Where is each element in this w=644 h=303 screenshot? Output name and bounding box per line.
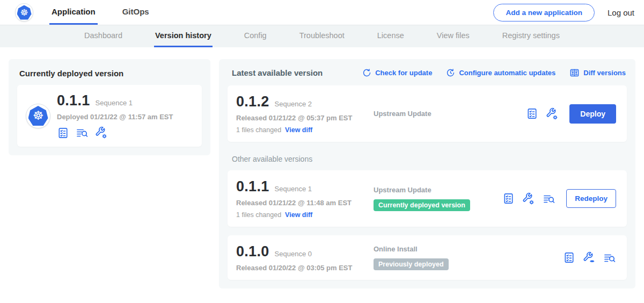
- subnav-version-history[interactable]: Version history: [154, 25, 213, 47]
- list-magnifier-icon[interactable]: [543, 192, 555, 205]
- tab-application-label: Application: [52, 7, 96, 16]
- checklist-icon[interactable]: [563, 251, 575, 264]
- checklist-icon[interactable]: [57, 127, 69, 139]
- list-magnifier-icon[interactable]: [76, 126, 89, 139]
- subnav-dashboard[interactable]: Dashboard: [83, 25, 123, 47]
- kubernetes-logo-icon: ☸: [15, 3, 33, 21]
- sequence-label: Sequence 1: [275, 185, 312, 193]
- list-magnifier-icon[interactable]: [603, 251, 616, 264]
- sequence-label: Sequence 0: [275, 250, 312, 258]
- wrench-gear-icon[interactable]: [95, 126, 108, 139]
- diff-table-icon: [569, 68, 580, 78]
- version-source: Online Install Previously deployed: [374, 245, 500, 270]
- version-number: 0.1.1: [236, 178, 269, 195]
- tab-gitops[interactable]: GitOps: [120, 0, 151, 25]
- subnav-troubleshoot-label: Troubleshoot: [299, 31, 345, 40]
- version-actions: Check for update Configure automatic upd…: [362, 68, 626, 78]
- source-label: Upstream Update: [374, 186, 500, 194]
- versions-panel-header: Latest available version Check for updat…: [228, 67, 627, 78]
- version-info: 0.1.1 Sequence 1 Released 01/21/22 @ 11:…: [236, 178, 374, 219]
- subnav-view-files-label: View files: [437, 31, 470, 40]
- version-source: Upstream Update: [374, 110, 500, 118]
- currently-deployed-panel: Currently deployed version ☸ 0.1.1 Seque…: [9, 59, 210, 155]
- version-actions-right: Redeploy: [502, 189, 616, 208]
- version-number: 0.1.2: [236, 93, 269, 110]
- released-timestamp: Released 01/20/22 @ 03:05 pm EST: [236, 264, 374, 272]
- tab-application[interactable]: Application: [49, 0, 98, 25]
- subnav-version-history-label: Version history: [155, 31, 211, 40]
- currently-deployed-title: Currently deployed version: [17, 68, 202, 78]
- files-changed-row: 1 files changed View diff: [236, 211, 374, 219]
- deployed-version-number: 0.1.1: [57, 92, 90, 109]
- subnav-dashboard-label: Dashboard: [84, 31, 122, 40]
- previously-deployed-badge: Previously deployed: [374, 258, 449, 270]
- deployed-timestamp: Deployed 01/21/22 @ 11:57 am EST: [57, 113, 173, 121]
- wrench-gear-icon[interactable]: [522, 192, 535, 205]
- app-subnav: Dashboard Version history Config Trouble…: [0, 25, 644, 47]
- wrench-eye-icon[interactable]: [583, 251, 596, 264]
- checklist-icon[interactable]: [526, 107, 538, 120]
- checklist-icon[interactable]: [502, 192, 515, 205]
- versions-panel: Latest available version Check for updat…: [219, 59, 635, 288]
- version-info: 0.1.2 Sequence 2 Released 01/21/22 @ 05:…: [236, 93, 374, 134]
- currently-deployed-card: ☸ 0.1.1 Sequence 1 Deployed 01/21/22 @ 1…: [17, 85, 202, 147]
- currently-deployed-badge: Currently deployed version: [374, 199, 470, 211]
- released-timestamp: Released 01/21/22 @ 11:48 am EST: [236, 199, 374, 207]
- view-diff-link[interactable]: View diff: [285, 126, 312, 134]
- subnav-troubleshoot[interactable]: Troubleshoot: [298, 25, 346, 47]
- sequence-label: Sequence 2: [275, 100, 312, 108]
- version-actions-right: Deploy: [526, 104, 616, 124]
- configure-automatic-updates-label: Configure automatic updates: [459, 69, 555, 77]
- version-source: Upstream Update Currently deployed versi…: [374, 186, 500, 211]
- currently-deployed-info: 0.1.1 Sequence 1 Deployed 01/21/22 @ 11:…: [57, 92, 173, 139]
- tab-gitops-label: GitOps: [122, 7, 149, 16]
- latest-available-title: Latest available version: [232, 68, 323, 77]
- subnav-license[interactable]: License: [376, 25, 405, 47]
- source-label: Online Install: [374, 245, 500, 253]
- header-tabs: Application GitOps: [49, 0, 174, 25]
- diff-versions-link[interactable]: Diff versions: [569, 68, 626, 78]
- deployed-icon-row: [57, 126, 173, 139]
- version-row: 0.1.1 Sequence 1 Released 01/21/22 @ 11:…: [228, 170, 627, 227]
- version-info: 0.1.0 Sequence 0 Released 01/20/22 @ 03:…: [236, 243, 374, 272]
- files-changed-label: 1 files changed: [236, 126, 281, 134]
- version-row: 0.1.0 Sequence 0 Released 01/20/22 @ 03:…: [228, 235, 627, 280]
- version-number: 0.1.0: [236, 243, 269, 260]
- refresh-icon: [362, 68, 371, 77]
- diff-versions-label: Diff versions: [583, 69, 626, 77]
- deployed-sequence-label: Sequence 1: [96, 99, 133, 107]
- files-changed-row: 1 files changed View diff: [236, 126, 374, 134]
- subnav-config[interactable]: Config: [243, 25, 268, 47]
- header-right: Add a new application Log out: [493, 0, 634, 25]
- other-available-title: Other available versions: [228, 155, 627, 163]
- deploy-button[interactable]: Deploy: [569, 104, 616, 124]
- source-label: Upstream Update: [374, 110, 500, 118]
- redeploy-button[interactable]: Redeploy: [566, 189, 616, 208]
- logout-link[interactable]: Log out: [608, 8, 634, 17]
- subnav-config-label: Config: [244, 31, 267, 40]
- version-actions-right: [563, 251, 616, 264]
- wrench-gear-icon[interactable]: [546, 107, 559, 120]
- check-for-update-label: Check for update: [375, 69, 432, 77]
- configure-automatic-updates-link[interactable]: Configure automatic updates: [446, 68, 555, 77]
- subnav-registry-settings[interactable]: Registry settings: [501, 25, 561, 47]
- check-for-update-link[interactable]: Check for update: [362, 68, 432, 77]
- subnav-view-files[interactable]: View files: [436, 25, 471, 47]
- app-logo-icon: ☸: [26, 104, 50, 128]
- auto-update-clock-icon: [446, 68, 455, 77]
- subnav-registry-settings-label: Registry settings: [502, 31, 560, 40]
- subnav-license-label: License: [377, 31, 404, 40]
- view-diff-link[interactable]: View diff: [285, 211, 312, 219]
- released-timestamp: Released 01/21/22 @ 05:37 pm EST: [236, 114, 374, 122]
- files-changed-label: 1 files changed: [236, 211, 281, 219]
- app-header: ☸ Application GitOps Add a new applicati…: [0, 0, 644, 25]
- add-application-button[interactable]: Add a new application: [493, 4, 595, 21]
- version-row: 0.1.2 Sequence 2 Released 01/21/22 @ 05:…: [228, 85, 627, 142]
- main-content: Currently deployed version ☸ 0.1.1 Seque…: [0, 47, 644, 288]
